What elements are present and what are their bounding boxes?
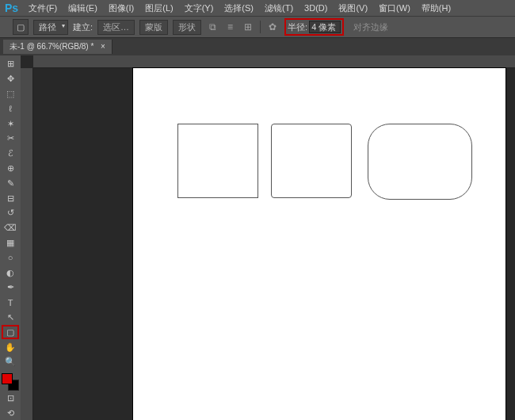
document-tab[interactable]: 未-1 @ 66.7%(RGB/8) * ×	[3, 40, 113, 54]
document-tab-bar: 未-1 @ 66.7%(RGB/8) * ×	[0, 38, 515, 55]
current-tool-icon[interactable]: ▢	[13, 19, 29, 35]
zoom-tool[interactable]: 🔍	[2, 355, 19, 369]
radius-input[interactable]	[309, 21, 341, 33]
menu-bar: Ps 文件(F) 编辑(E) 图像(I) 图层(L) 文字(Y) 选择(S) 滤…	[0, 0, 515, 16]
menu-image[interactable]: 图像(I)	[105, 1, 138, 16]
menu-view[interactable]: 视图(V)	[334, 1, 372, 16]
shape-button[interactable]: 形状	[173, 20, 201, 35]
selection-button[interactable]: 选区…	[97, 20, 135, 35]
screenmode-tool[interactable]: ⟲	[2, 406, 19, 420]
align-edges-label[interactable]: 对齐边缘	[353, 21, 388, 33]
app-logo: Ps	[5, 2, 18, 14]
marquee-tool[interactable]: ⬚	[2, 87, 19, 101]
menu-3d[interactable]: 3D(D)	[300, 2, 331, 14]
menu-window[interactable]: 窗口(W)	[375, 1, 414, 16]
lasso-tool[interactable]: ℓ	[2, 101, 19, 116]
foreground-color[interactable]	[2, 373, 13, 384]
radius-label: 半径:	[288, 21, 307, 33]
menu-help[interactable]: 帮助(H)	[418, 1, 455, 16]
rounded-rect-tool[interactable]: ▢	[2, 325, 19, 339]
menu-select[interactable]: 选择(S)	[220, 1, 258, 16]
radius-group: 半径:	[284, 18, 344, 36]
type-tool[interactable]: T	[2, 296, 19, 310]
document-title: 未-1 @ 66.7%(RGB/8) *	[10, 42, 93, 51]
eraser-tool[interactable]: ⌫	[2, 221, 19, 235]
menu-filter[interactable]: 滤镜(T)	[261, 1, 297, 16]
blur-tool[interactable]: ○	[2, 250, 19, 265]
make-label: 建立:	[73, 21, 93, 33]
canvas-area	[21, 55, 515, 420]
rectangle-slight-round[interactable]	[271, 124, 352, 198]
wand-tool[interactable]: ✶	[2, 116, 19, 131]
tools-panel: ⊞ ✥ ⬚ ℓ ✶ ✂ ℰ ⊕ ✎ ⊟ ↺ ⌫ ▦ ○ ◐ ✒ T ↖ ▢ ✋ …	[0, 55, 21, 420]
mode-select[interactable]: 路径	[33, 20, 68, 35]
stamp-tool[interactable]: ⊟	[2, 191, 19, 205]
close-icon[interactable]: ×	[101, 42, 105, 51]
menu-edit[interactable]: 编辑(E)	[64, 1, 101, 16]
align-icon[interactable]: ≡	[227, 21, 233, 32]
path-select-tool[interactable]: ↖	[2, 311, 19, 325]
move-tool[interactable]: ✥	[2, 72, 19, 86]
arrange-icon[interactable]: ⊞	[244, 21, 252, 32]
grab-handle[interactable]: ⊞	[2, 57, 19, 71]
crop-tool[interactable]: ✂	[2, 132, 19, 146]
ruler-vertical[interactable]	[21, 68, 33, 420]
eyedropper-tool[interactable]: ℰ	[2, 147, 19, 161]
divider	[260, 21, 261, 33]
gear-icon[interactable]: ✿	[269, 21, 277, 32]
main-area: ⊞ ✥ ⬚ ℓ ✶ ✂ ℰ ⊕ ✎ ⊟ ↺ ⌫ ▦ ○ ◐ ✒ T ↖ ▢ ✋ …	[0, 55, 515, 420]
options-bar: ▢ 路径 建立: 选区… 蒙版 形状 ⧉ ≡ ⊞ ✿ 半径: 对齐边缘	[0, 16, 515, 38]
brush-tool[interactable]: ✎	[2, 176, 19, 190]
ruler-horizontal[interactable]	[33, 55, 515, 68]
rectangle-sharp[interactable]	[177, 124, 258, 198]
mask-button[interactable]: 蒙版	[139, 20, 168, 35]
color-swatches[interactable]	[2, 373, 19, 391]
boolean-icon[interactable]: ⧉	[209, 21, 216, 32]
rectangle-rounded[interactable]	[368, 124, 472, 200]
pen-tool[interactable]: ✒	[2, 281, 19, 295]
quickmask-tool[interactable]: ⊡	[2, 391, 19, 406]
canvas[interactable]	[133, 68, 505, 420]
gradient-tool[interactable]: ▦	[2, 236, 19, 250]
menu-type[interactable]: 文字(Y)	[181, 1, 218, 16]
heal-tool[interactable]: ⊕	[2, 162, 19, 176]
dodge-tool[interactable]: ◐	[2, 265, 19, 280]
menu-layer[interactable]: 图层(L)	[141, 1, 177, 16]
hand-tool[interactable]: ✋	[2, 340, 19, 354]
menu-file[interactable]: 文件(F)	[25, 1, 61, 16]
rounded-rect-icon: ▢	[17, 22, 25, 32]
history-brush-tool[interactable]: ↺	[2, 206, 19, 220]
